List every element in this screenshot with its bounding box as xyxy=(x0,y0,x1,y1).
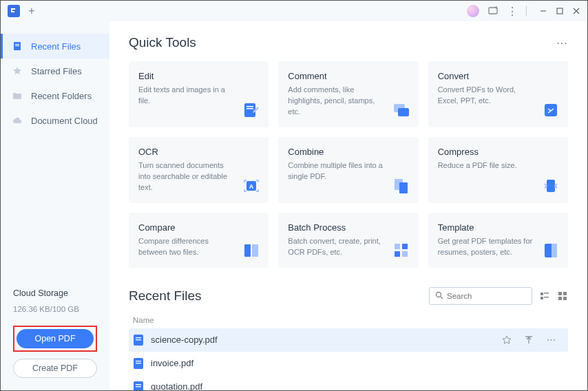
add-tab-button[interactable]: + xyxy=(25,5,38,17)
card-desc: Reduce a PDF file size. xyxy=(438,160,558,171)
card-desc: Convert PDFs to Word, Excel, PPT, etc. xyxy=(438,85,558,107)
edit-icon xyxy=(242,101,260,119)
app-logo-icon xyxy=(8,5,20,17)
file-name: science-copy.pdf xyxy=(151,335,495,345)
minimize-button[interactable] xyxy=(539,7,547,15)
card-batch-process[interactable]: Batch Process Batch convert, create, pri… xyxy=(278,213,418,268)
card-compress[interactable]: Compress Reduce a PDF file size. xyxy=(428,137,568,203)
column-header-name: Name xyxy=(129,312,568,328)
search-input[interactable] xyxy=(447,292,526,300)
card-desc: Add comments, like highlights, pencil, s… xyxy=(288,85,408,118)
card-ocr[interactable]: OCR Turn scanned documents into searchab… xyxy=(129,137,269,203)
card-title: Compress xyxy=(438,147,558,157)
svg-rect-29 xyxy=(540,293,543,295)
card-desc: Turn scanned documents into searchable o… xyxy=(138,160,259,193)
sidebar-item-recent-files[interactable]: Recent Files xyxy=(1,34,109,59)
card-title: Combine xyxy=(288,147,408,157)
card-desc: Get great PDF templates for resumes, pos… xyxy=(438,236,558,258)
cloud-storage-usage: 126.36 KB/100 GB xyxy=(13,305,97,313)
card-title: Comment xyxy=(288,71,408,81)
sidebar-item-label: Starred Files xyxy=(31,66,82,76)
sidebar-item-starred-files[interactable]: Starred Files xyxy=(1,59,109,83)
template-icon xyxy=(542,242,560,260)
kebab-menu-icon[interactable]: ⋮ xyxy=(507,6,518,17)
card-desc: Compare differences between two files. xyxy=(138,236,259,258)
card-title: Compare xyxy=(138,222,259,233)
card-title: Template xyxy=(438,222,558,233)
sidebar-item-recent-folders[interactable]: Recent Folders xyxy=(1,83,109,108)
file-more-icon[interactable]: ⋯ xyxy=(546,335,556,345)
main-content: Quick Tools ⋯ Edit Edit texts and images… xyxy=(109,21,587,390)
svg-rect-24 xyxy=(402,251,408,257)
card-title: OCR xyxy=(138,147,259,157)
notification-icon[interactable] xyxy=(487,6,498,17)
recent-files-title: Recent Files xyxy=(129,288,202,304)
file-row[interactable]: quotation.pdf xyxy=(129,375,568,391)
upload-file-icon[interactable] xyxy=(524,335,534,345)
quick-tools-more-icon[interactable]: ⋯ xyxy=(556,36,568,50)
svg-rect-39 xyxy=(136,339,141,340)
compare-icon xyxy=(242,242,260,260)
svg-rect-12 xyxy=(398,108,409,116)
user-avatar[interactable] xyxy=(467,5,479,17)
card-title: Convert xyxy=(438,71,558,81)
svg-rect-17 xyxy=(399,182,408,193)
svg-rect-34 xyxy=(563,292,567,295)
titlebar: + ⋮ xyxy=(1,1,587,21)
create-pdf-button[interactable]: Create PDF xyxy=(13,359,97,378)
grid-view-icon[interactable] xyxy=(557,290,568,302)
card-combine[interactable]: Combine Combine multiple files into a si… xyxy=(278,137,418,203)
card-comment[interactable]: Comment Add comments, like highlights, p… xyxy=(278,61,418,127)
svg-line-28 xyxy=(441,297,443,299)
ocr-icon: A xyxy=(242,177,260,195)
svg-rect-41 xyxy=(136,361,141,361)
card-desc: Edit texts and images in a file. xyxy=(138,85,259,107)
svg-rect-30 xyxy=(544,293,549,294)
svg-rect-36 xyxy=(563,297,567,300)
compress-icon xyxy=(542,177,560,195)
close-button[interactable] xyxy=(572,7,580,15)
svg-rect-19 xyxy=(244,244,251,257)
card-compare[interactable]: Compare Compare differences between two … xyxy=(129,213,269,268)
svg-rect-38 xyxy=(136,337,141,338)
svg-rect-21 xyxy=(395,244,400,249)
star-file-icon[interactable] xyxy=(502,335,512,345)
card-template[interactable]: Template Get great PDF templates for res… xyxy=(428,213,568,268)
maximize-button[interactable] xyxy=(556,7,564,15)
svg-rect-26 xyxy=(552,244,557,257)
comment-icon xyxy=(392,101,410,119)
document-icon xyxy=(12,41,23,52)
svg-rect-7 xyxy=(15,45,19,46)
svg-rect-10 xyxy=(246,108,253,109)
svg-rect-23 xyxy=(395,251,400,257)
list-view-icon[interactable] xyxy=(539,290,550,302)
sidebar-item-label: Document Cloud xyxy=(31,116,98,126)
search-icon xyxy=(435,290,443,302)
card-convert[interactable]: Convert Convert PDFs to Word, Excel, PPT… xyxy=(428,61,568,127)
cloud-icon xyxy=(12,115,23,126)
search-box[interactable] xyxy=(429,287,532,305)
svg-rect-32 xyxy=(544,297,549,298)
card-title: Batch Process xyxy=(288,222,408,233)
svg-rect-43 xyxy=(134,381,143,391)
card-edit[interactable]: Edit Edit texts and images in a file. xyxy=(129,61,269,127)
svg-rect-45 xyxy=(136,386,141,387)
card-desc: Combine multiple files into a single PDF… xyxy=(288,160,408,182)
convert-icon xyxy=(542,101,560,119)
sidebar-item-document-cloud[interactable]: Document Cloud xyxy=(1,108,109,133)
svg-rect-31 xyxy=(540,297,543,299)
cloud-storage-title: Cloud Storage xyxy=(13,288,97,298)
open-pdf-button[interactable]: Open PDF xyxy=(17,329,94,348)
svg-rect-2 xyxy=(557,8,563,14)
file-row[interactable]: science-copy.pdf ⋯ xyxy=(129,328,568,352)
combine-icon xyxy=(392,177,410,195)
file-name: quotation.pdf xyxy=(151,381,564,390)
folder-icon xyxy=(12,90,23,101)
quick-tools-grid: Edit Edit texts and images in a file. Co… xyxy=(129,61,568,268)
svg-rect-18 xyxy=(547,180,555,192)
file-row[interactable]: invoice.pdf xyxy=(129,352,568,375)
svg-rect-33 xyxy=(558,292,562,295)
pdf-file-icon xyxy=(133,381,144,391)
pdf-file-icon xyxy=(133,358,144,369)
svg-rect-22 xyxy=(402,244,408,249)
